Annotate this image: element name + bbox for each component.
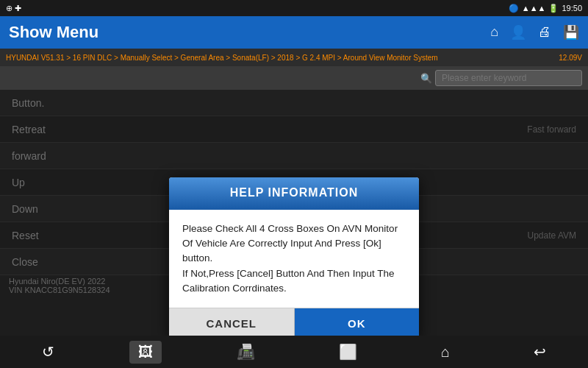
signal-icon: ▲▲▲ xyxy=(522,4,546,13)
header-icons: ⌂ 👤 🖨 💾 xyxy=(490,24,579,40)
print-icon[interactable]: 🖨 xyxy=(538,24,551,40)
dialog-overlay: HELP INFORMATION Please Check All 4 Cros… xyxy=(0,90,588,336)
status-bar: ⊕ ✚ 🔵 ▲▲▲ 🔋 19:50 xyxy=(0,0,588,16)
ok-button[interactable]: OK xyxy=(295,308,420,336)
main-content: Button. Retreat Fast forwardforward Up D… xyxy=(0,90,588,336)
status-bar-right: 🔵 ▲▲▲ 🔋 19:50 xyxy=(509,4,582,13)
user-icon[interactable]: 👤 xyxy=(510,24,526,40)
refresh-button[interactable]: ↺ xyxy=(33,340,63,364)
back-button[interactable]: ↩ xyxy=(525,340,555,364)
breadcrumb: HYUNDAI V51.31 > 16 PIN DLC > Manually S… xyxy=(0,49,588,66)
bluetooth-icon: 🔵 xyxy=(509,4,519,13)
cancel-button[interactable]: CANCEL xyxy=(169,308,295,336)
search-area: 🔍 xyxy=(0,66,588,90)
time-display: 19:50 xyxy=(562,4,582,13)
square-button[interactable]: ⬜ xyxy=(330,340,366,364)
status-icons-left: ⊕ ✚ xyxy=(6,4,21,13)
battery-icon: 🔋 xyxy=(548,4,559,13)
image-button[interactable]: 🖼 xyxy=(129,341,162,364)
save-icon[interactable]: 💾 xyxy=(563,24,579,40)
breadcrumb-text: HYUNDAI V51.31 > 16 PIN DLC > Manually S… xyxy=(6,54,553,62)
app-title: Show Menu xyxy=(9,23,98,42)
home-icon[interactable]: ⌂ xyxy=(490,24,498,40)
dialog-body: Please Check All 4 Cross Boxes On AVN Mo… xyxy=(169,210,419,308)
breadcrumb-date: 12.09V xyxy=(559,54,582,62)
print-bottom-button[interactable]: 📠 xyxy=(228,340,264,364)
help-dialog: HELP INFORMATION Please Check All 4 Cros… xyxy=(169,177,419,336)
bottom-bar: ↺ 🖼 📠 ⬜ ⌂ ↩ xyxy=(0,336,588,368)
search-icon: 🔍 xyxy=(420,73,432,84)
search-input[interactable] xyxy=(435,70,582,86)
status-bar-left: ⊕ ✚ xyxy=(6,4,21,13)
home-bottom-button[interactable]: ⌂ xyxy=(432,341,459,364)
dialog-title: HELP INFORMATION xyxy=(169,177,419,210)
app-header: Show Menu ⌂ 👤 🖨 💾 xyxy=(0,16,588,49)
dialog-footer: CANCEL OK xyxy=(169,308,419,336)
